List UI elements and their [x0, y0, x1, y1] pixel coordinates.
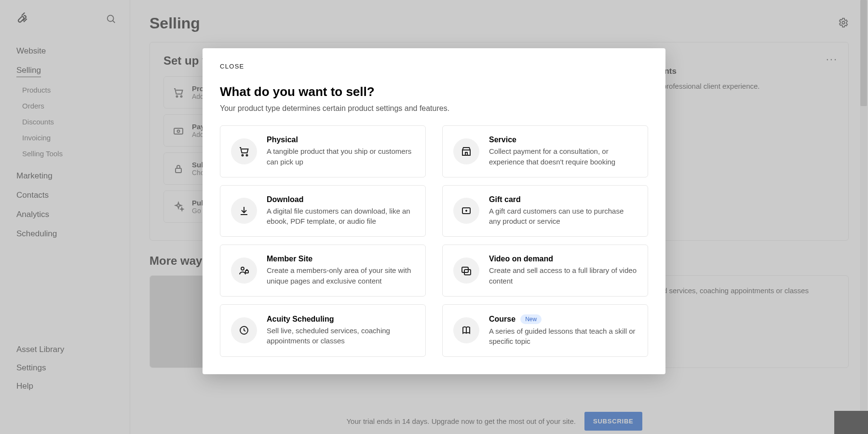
gift-card-icon — [453, 198, 479, 224]
modal-subtitle: Your product type determines certain pro… — [220, 104, 648, 113]
modal-title: What do you want to sell? — [220, 84, 648, 99]
store-icon — [453, 138, 479, 164]
video-icon — [453, 258, 479, 284]
svg-point-11 — [241, 267, 244, 270]
option-download[interactable]: DownloadA digital file customers can dow… — [220, 185, 426, 237]
option-video-on-demand[interactable]: Video on demandCreate and sell access to… — [442, 244, 648, 297]
book-icon — [453, 317, 479, 343]
cart-icon — [231, 138, 257, 164]
option-member-site[interactable]: Member SiteCreate a members-only area of… — [220, 244, 426, 297]
svg-point-9 — [246, 154, 248, 156]
option-acuity-scheduling[interactable]: Acuity SchedulingSell live, scheduled se… — [220, 304, 426, 357]
product-type-modal: CLOSE What do you want to sell? Your pro… — [203, 48, 665, 374]
new-badge: New — [520, 314, 542, 324]
close-button[interactable]: CLOSE — [220, 63, 648, 70]
option-physical[interactable]: PhysicalA tangible product that you ship… — [220, 125, 426, 177]
members-icon — [231, 258, 257, 284]
option-service[interactable]: ServiceCollect payment for a consultatio… — [442, 125, 648, 177]
svg-rect-12 — [245, 271, 248, 273]
option-gift-card[interactable]: Gift cardA gift card customers can use t… — [442, 185, 648, 237]
option-course[interactable]: CourseNewA series of guided lessons that… — [442, 304, 648, 357]
modal-overlay: CLOSE What do you want to sell? Your pro… — [0, 0, 868, 434]
clock-icon — [231, 317, 257, 343]
svg-point-8 — [242, 154, 244, 156]
download-icon — [231, 198, 257, 224]
